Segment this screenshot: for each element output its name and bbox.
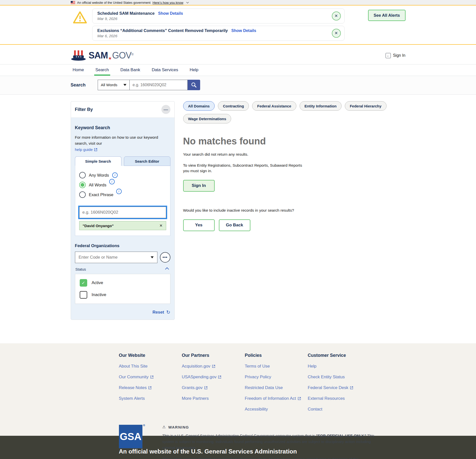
radio-circle[interactable] <box>79 191 86 198</box>
pill-entity-information[interactable]: Entity Information <box>300 101 342 111</box>
external-link-icon <box>148 386 152 390</box>
footer-link-accessibility[interactable]: Accessibility <box>245 407 308 412</box>
show-details-link[interactable]: Show Details <box>231 28 256 33</box>
tab-simple-search[interactable]: Simple Search <box>75 156 121 166</box>
footer-link-label: Check Entity Status <box>308 375 345 380</box>
logo-star-icon: ★ <box>108 56 112 61</box>
warning-icon: ⚠ <box>162 425 166 429</box>
search-submit-button[interactable] <box>188 80 200 90</box>
sam-gov-logo[interactable]: ★ ★ ★ SAM★GOV® <box>71 50 134 61</box>
footer-link-label: Accessibility <box>245 407 268 412</box>
radio-exact-phrase[interactable]: Exact Phrase i <box>79 191 166 198</box>
close-icon: ✕ <box>335 31 338 35</box>
select-caret-icon <box>123 84 126 86</box>
chevron-up-icon[interactable] <box>165 267 169 271</box>
banner-how-link[interactable]: Here’s how you know <box>152 1 183 4</box>
nav-item-home[interactable]: Home <box>73 64 84 76</box>
help-guide-label: help guide <box>75 147 93 152</box>
warning-bold-text: "FOR OFFICIAL USE ONLY." <box>316 434 366 438</box>
main-nav: Home Search Data Bank Data Services Help <box>0 64 476 76</box>
footer-col-customer-service: Customer Service Help Check Entity Statu… <box>308 353 371 412</box>
radio-circle[interactable] <box>79 172 86 178</box>
footer-link-external-resources[interactable]: External Resources <box>308 396 371 401</box>
pill-contracting[interactable]: Contracting <box>218 101 249 111</box>
footer-link-check-entity-status[interactable]: Check Entity Status <box>308 375 371 380</box>
see-all-alerts-button[interactable]: See All Alerts <box>368 10 405 21</box>
radio-circle-checked[interactable] <box>79 182 86 188</box>
alert-close-button[interactable]: ✕ <box>332 11 341 20</box>
footer-link-federal-service-desk[interactable]: Federal Service Desk <box>308 385 371 390</box>
info-icon[interactable]: i <box>112 172 118 178</box>
refresh-icon: ↻ <box>166 309 170 315</box>
footer-link-privacy-policy[interactable]: Privacy Policy <box>245 375 308 380</box>
search-mode-select[interactable]: All Words <box>98 80 130 90</box>
org-more-options-button[interactable]: ••• <box>160 252 170 263</box>
footer-link-acquisition-gov[interactable]: Acquisition.gov <box>182 364 245 369</box>
search-band-label: Search <box>71 82 86 88</box>
gov-banner: An official website of the United States… <box>0 0 476 5</box>
remove-tag-icon[interactable]: ✕ <box>159 223 163 228</box>
status-option-active[interactable]: ✓ Active <box>80 279 166 287</box>
search-band: Search All Words <box>0 76 476 95</box>
nav-item-data-bank[interactable]: Data Bank <box>120 64 140 76</box>
external-link-icon <box>204 386 208 390</box>
logo-registered-mark: ® <box>131 53 134 56</box>
checkbox-checked[interactable]: ✓ <box>80 279 87 287</box>
logo-sam-text: SAM <box>89 50 108 60</box>
footer-link-terms-of-use[interactable]: Terms of Use <box>245 364 308 369</box>
status-option-inactive[interactable]: Inactive <box>80 291 166 299</box>
footer-heading: Policies <box>245 353 308 358</box>
pill-federal-assistance[interactable]: Federal Assistance <box>252 101 296 111</box>
keyword-tag-label: "David Onyango" <box>83 224 114 228</box>
pill-all-domains[interactable]: All Domains <box>183 101 215 111</box>
federal-org-placeholder: Enter Code or Name <box>79 255 118 260</box>
keyword-input[interactable] <box>79 207 166 218</box>
footer-link-label: About This Site <box>119 364 148 369</box>
info-icon[interactable]: i <box>109 179 115 184</box>
site-header: ★ ★ ★ SAM★GOV® ← Sign In <box>0 45 476 64</box>
filter-by-title: Filter By <box>75 107 93 112</box>
radio-all-words[interactable]: All Words i <box>79 182 166 188</box>
select-caret-icon <box>151 256 154 258</box>
footer-link-restricted-data-use[interactable]: Restricted Data Use <box>245 385 308 390</box>
status-section-label: Status <box>75 267 86 271</box>
pill-federal-hierarchy[interactable]: Federal Hierarchy <box>345 101 387 111</box>
alert-card-maintenance: Scheduled SAM MaintenanceShow Details Ma… <box>92 8 345 23</box>
footer-link-system-alerts[interactable]: System Alerts <box>119 396 182 401</box>
header-sign-in-link[interactable]: ← Sign In <box>386 53 406 58</box>
keyword-search-heading: Keyword Search <box>75 125 170 130</box>
alert-close-button[interactable]: ✕ <box>332 29 341 38</box>
go-back-button[interactable]: Go Back <box>219 219 250 231</box>
checkbox-unchecked[interactable] <box>80 291 87 299</box>
show-details-link[interactable]: Show Details <box>158 11 183 15</box>
nav-item-data-services[interactable]: Data Services <box>152 64 178 76</box>
footer-link-our-community[interactable]: Our Community <box>119 375 182 380</box>
gsa-logo[interactable]: GSA ® <box>119 425 142 448</box>
collapse-filters-button[interactable]: — <box>161 105 170 114</box>
footer-link-grants-gov[interactable]: Grants.gov <box>182 385 245 390</box>
footer-link-release-notes[interactable]: Release Notes <box>119 385 182 390</box>
external-link-icon <box>150 375 154 379</box>
pill-wage-determinations[interactable]: Wage Determinations <box>183 114 231 123</box>
footer-link-help[interactable]: Help <box>308 364 371 369</box>
nav-item-help[interactable]: Help <box>190 64 198 76</box>
footer-link-contact[interactable]: Contact <box>308 407 371 412</box>
footer-heading: Our Website <box>119 353 182 358</box>
sign-in-button[interactable]: Sign In <box>183 180 215 192</box>
footer-link-label: Our Community <box>119 375 149 380</box>
footer-link-usaspending-gov[interactable]: USASpending.gov <box>182 375 245 380</box>
yes-button[interactable]: Yes <box>183 219 215 231</box>
footer-col-our-website: Our Website About This Site Our Communit… <box>119 353 182 412</box>
footer-link-foia[interactable]: Freedom of Information Act <box>245 396 308 401</box>
tab-search-editor[interactable]: Search Editor <box>124 156 170 166</box>
help-guide-link[interactable]: help guide <box>75 147 98 152</box>
main-content: Filter By — Keyword Search For more info… <box>0 95 476 343</box>
footer-link-about-this-site[interactable]: About This Site <box>119 364 182 369</box>
federal-org-select[interactable]: Enter Code or Name <box>75 252 157 263</box>
reset-filters-link[interactable]: Reset ↻ <box>75 309 170 315</box>
radio-any-words[interactable]: Any Words i <box>79 172 166 178</box>
search-input[interactable] <box>130 80 188 90</box>
nav-item-search[interactable]: Search <box>95 64 109 76</box>
footer-link-more-partners[interactable]: More Partners <box>182 396 245 401</box>
info-icon[interactable]: i <box>116 189 122 194</box>
